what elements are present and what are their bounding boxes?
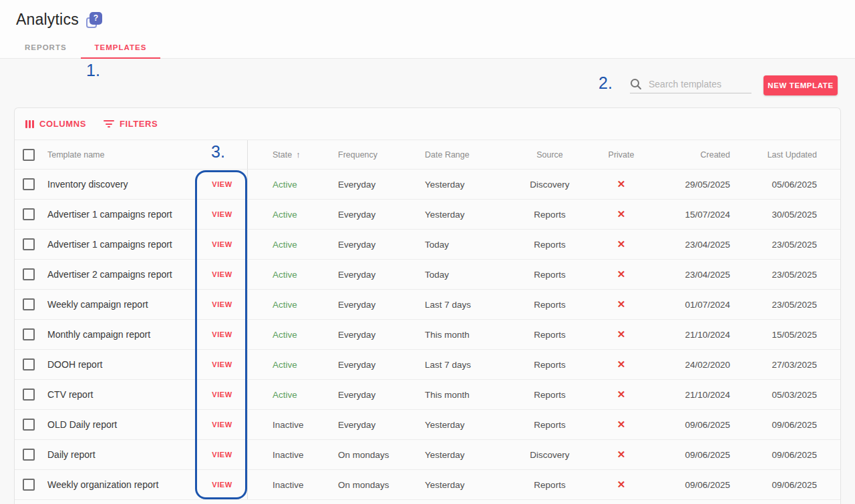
view-button[interactable]: VIEW — [212, 330, 232, 338]
private-cell: ✕ — [594, 268, 648, 280]
frequency-cell: Everyday — [325, 330, 411, 340]
view-button[interactable]: VIEW — [212, 451, 232, 459]
filters-button-label: FILTERS — [120, 119, 158, 129]
created-cell: 21/10/2024 — [648, 390, 730, 400]
frequency-cell: Everyday — [325, 360, 411, 370]
source-cell: Discovery — [505, 450, 594, 460]
view-button[interactable]: VIEW — [212, 300, 232, 308]
private-cell: ✕ — [594, 238, 648, 250]
tab-bar: REPORTS TEMPLATES — [11, 37, 160, 58]
date-range-cell: This month — [411, 390, 505, 400]
state-cell: Active — [248, 390, 325, 400]
row-checkbox[interactable] — [23, 358, 35, 370]
row-checkbox[interactable] — [23, 268, 35, 280]
source-cell: Reports — [505, 240, 594, 250]
private-cell: ✕ — [594, 389, 648, 401]
view-button[interactable]: VIEW — [212, 391, 232, 399]
view-button[interactable]: VIEW — [212, 421, 232, 429]
header-state-label: State — [273, 150, 292, 160]
frequency-cell: Everyday — [325, 390, 411, 400]
table-row: OLD Daily report VIEW Inactive Everyday … — [15, 410, 840, 440]
created-cell: 21/10/2024 — [648, 330, 730, 340]
row-checkbox[interactable] — [23, 238, 35, 250]
tab-reports[interactable]: REPORTS — [11, 37, 81, 58]
row-checkbox[interactable] — [23, 419, 35, 431]
template-name: OLD Daily report — [41, 419, 197, 430]
view-cell: VIEW — [197, 200, 248, 229]
view-cell: VIEW — [197, 230, 248, 259]
private-cell: ✕ — [594, 178, 648, 190]
columns-button[interactable]: COLUMNS — [25, 119, 86, 129]
row-checkbox[interactable] — [23, 178, 35, 190]
header-last-updated: Last Updated — [730, 150, 817, 160]
frequency-cell: On mondays — [325, 450, 411, 460]
columns-button-label: COLUMNS — [39, 119, 86, 129]
last-updated-cell: 05/06/2025 — [730, 180, 817, 190]
help-icon[interactable]: ? — [86, 12, 102, 28]
header-state[interactable]: State ↑ — [248, 150, 325, 160]
private-cell: ✕ — [594, 298, 648, 310]
view-button[interactable]: VIEW — [212, 481, 232, 489]
header-template-name: Template name — [41, 150, 197, 160]
table-row: Advertiser 1 campaigns report VIEW Activ… — [15, 230, 840, 260]
template-name: Daily report — [41, 449, 197, 460]
view-cell: VIEW — [197, 320, 248, 349]
search-icon — [630, 78, 642, 90]
row-checkbox-cell — [15, 178, 41, 190]
created-cell: 09/06/2025 — [648, 420, 730, 430]
date-range-cell: Today — [411, 270, 505, 280]
last-updated-cell: 23/05/2025 — [730, 300, 817, 310]
view-cell: VIEW — [197, 380, 248, 409]
row-checkbox[interactable] — [23, 208, 35, 220]
template-name: Advertiser 2 campaigns report — [41, 269, 197, 280]
header-checkbox-cell — [15, 149, 41, 161]
date-range-cell: Today — [411, 240, 505, 250]
new-template-button[interactable]: NEW TEMPLATE — [763, 75, 838, 95]
frequency-cell: Everyday — [325, 210, 411, 220]
state-cell: Active — [248, 270, 325, 280]
row-checkbox[interactable] — [23, 479, 35, 491]
state-cell: Active — [248, 240, 325, 250]
view-button[interactable]: VIEW — [212, 240, 232, 248]
private-cell: ✕ — [594, 479, 648, 491]
row-checkbox[interactable] — [23, 389, 35, 401]
view-button[interactable]: VIEW — [212, 180, 232, 188]
row-checkbox-cell — [15, 268, 41, 280]
row-checkbox[interactable] — [23, 449, 35, 461]
search-box[interactable] — [630, 75, 751, 93]
row-checkbox[interactable] — [23, 298, 35, 310]
search-input[interactable] — [649, 79, 742, 89]
tab-templates[interactable]: TEMPLATES — [81, 37, 161, 58]
date-range-cell: Yesterday — [411, 450, 505, 460]
row-checkbox[interactable] — [23, 328, 35, 340]
source-cell: Reports — [505, 300, 594, 310]
select-all-checkbox[interactable] — [23, 149, 35, 161]
date-range-cell: Last 7 days — [411, 360, 505, 370]
row-checkbox-cell — [15, 208, 41, 220]
last-updated-cell: 27/03/2025 — [730, 360, 817, 370]
filters-button[interactable]: FILTERS — [104, 119, 158, 129]
private-cell: ✕ — [594, 208, 648, 220]
frequency-cell: Everyday — [325, 300, 411, 310]
header-private: Private — [594, 150, 648, 160]
state-cell: Inactive — [248, 420, 325, 430]
created-cell: 15/07/2024 — [648, 210, 730, 220]
template-name: Advertiser 1 campaigns report — [41, 209, 197, 220]
view-cell: VIEW — [197, 260, 248, 289]
date-range-cell: Yesterday — [411, 210, 505, 220]
view-button[interactable]: VIEW — [212, 360, 232, 368]
view-button[interactable]: VIEW — [212, 210, 232, 218]
created-cell: 23/04/2025 — [648, 270, 730, 280]
private-cell: ✕ — [594, 419, 648, 431]
view-cell: VIEW — [197, 350, 248, 379]
table-row: Advertiser 1 campaigns report VIEW Activ… — [15, 200, 840, 230]
title-row: Analytics ? — [0, 0, 855, 29]
view-cell: VIEW — [197, 170, 248, 199]
last-updated-cell: 09/06/2025 — [730, 480, 817, 490]
state-cell: Inactive — [248, 450, 325, 460]
controls-row: NEW TEMPLATE — [0, 59, 855, 107]
view-button[interactable]: VIEW — [212, 270, 232, 278]
table-row: DOOH report VIEW Active Everyday Last 7 … — [15, 350, 840, 380]
source-cell: Reports — [505, 480, 594, 490]
created-cell: 29/05/2025 — [648, 180, 730, 190]
